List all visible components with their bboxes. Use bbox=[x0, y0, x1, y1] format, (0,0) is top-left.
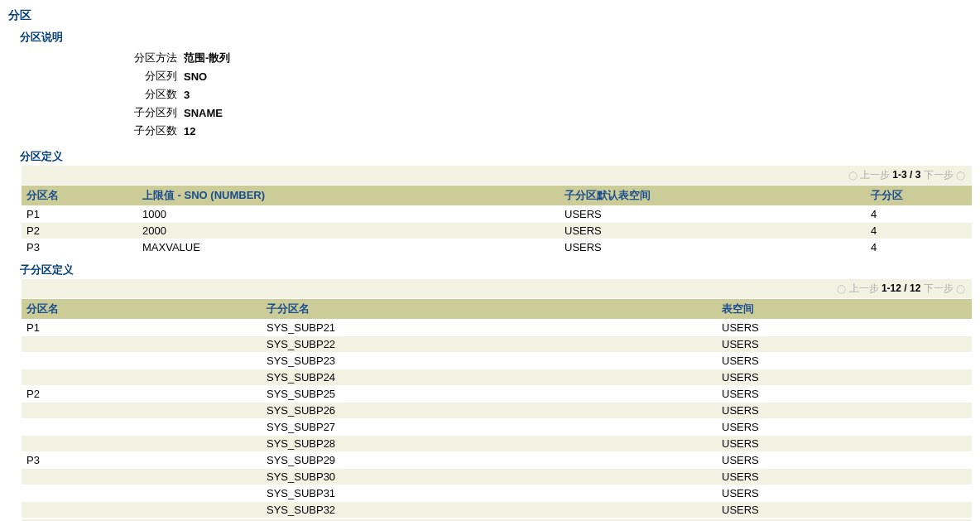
prev-icon: ◯ bbox=[837, 284, 846, 293]
pager-range-2: 1-12 / 12 bbox=[882, 282, 920, 294]
cell-ts: USERS bbox=[560, 239, 866, 256]
cell-sub: 4 bbox=[866, 239, 972, 256]
cell-sp: SYS_SUBP31 bbox=[262, 485, 717, 502]
table-row: SYS_SUBP27USERS bbox=[22, 419, 972, 436]
subpartition-def-title: 子分区定义 bbox=[8, 259, 972, 279]
col-upper-value[interactable]: 上限值 - SNO (NUMBER) bbox=[137, 186, 560, 206]
pager-top-2: ◯ 上一步 1-12 / 12 下一步 ◯ bbox=[22, 279, 972, 299]
cell-upper: 2000 bbox=[137, 223, 560, 239]
cell-sp: SYS_SUBP23 bbox=[262, 353, 717, 369]
cell-name: P3 bbox=[22, 239, 137, 256]
desc-col-label: 分区列 bbox=[134, 68, 182, 84]
pager-prev[interactable]: 上一步 bbox=[849, 282, 879, 294]
col2-tablespace[interactable]: 表空间 bbox=[717, 299, 972, 320]
cell-sp: SYS_SUBP26 bbox=[262, 403, 717, 419]
cell-p: P2 bbox=[22, 386, 262, 403]
table-row: SYS_SUBP22USERS bbox=[22, 336, 972, 353]
desc-subcol-value: SNAME bbox=[184, 104, 230, 121]
cell-sp: SYS_SUBP30 bbox=[262, 469, 717, 485]
partition-def-panel: ◯ 上一步 1-3 / 3 下一步 ◯ 分区名 上限值 - SNO (NUMBE… bbox=[22, 166, 972, 256]
pager-next[interactable]: 下一步 bbox=[924, 282, 954, 294]
cell-p: P3 bbox=[22, 452, 262, 469]
cell-upper: 1000 bbox=[137, 206, 560, 223]
table-row: P2SYS_SUBP25USERS bbox=[22, 386, 972, 403]
table-row: P11000USERS4 bbox=[22, 206, 972, 223]
partition-desc-table: 分区方法 范围-散列 分区列 SNO 分区数 3 子分区列 SNAME 子分区数… bbox=[132, 48, 232, 141]
pager-top-1: ◯ 上一步 1-3 / 3 下一步 ◯ bbox=[22, 166, 972, 186]
cell-ts: USERS bbox=[560, 223, 866, 239]
table-row: SYS_SUBP24USERS bbox=[22, 369, 972, 386]
desc-count-label: 分区数 bbox=[134, 86, 182, 103]
cell-p: P1 bbox=[22, 320, 262, 336]
table-row: P1SYS_SUBP21USERS bbox=[22, 320, 972, 336]
desc-count-value: 3 bbox=[184, 86, 230, 103]
cell-ts: USERS bbox=[717, 419, 972, 436]
table-row: SYS_SUBP23USERS bbox=[22, 353, 972, 369]
cell-sub: 4 bbox=[866, 206, 972, 223]
cell-p bbox=[22, 403, 262, 419]
pager-prev[interactable]: 上一步 bbox=[860, 169, 890, 181]
cell-p bbox=[22, 336, 262, 353]
partition-table: 分区名 上限值 - SNO (NUMBER) 子分区默认表空间 子分区 P110… bbox=[22, 186, 972, 256]
cell-name: P2 bbox=[22, 223, 137, 239]
cell-p bbox=[22, 419, 262, 436]
pager-next[interactable]: 下一步 bbox=[924, 169, 954, 181]
table-row: SYS_SUBP31USERS bbox=[22, 485, 972, 502]
cell-sp: SYS_SUBP25 bbox=[262, 386, 717, 403]
cell-ts: USERS bbox=[717, 502, 972, 519]
cell-ts: USERS bbox=[717, 452, 972, 469]
cell-p bbox=[22, 502, 262, 519]
partition-desc-title: 分区说明 bbox=[8, 27, 972, 46]
table-row: SYS_SUBP30USERS bbox=[22, 469, 972, 485]
cell-sp: SYS_SUBP28 bbox=[262, 436, 717, 452]
cell-sp: SYS_SUBP27 bbox=[262, 419, 717, 436]
table-row: P3MAXVALUEUSERS4 bbox=[22, 239, 972, 256]
col-default-ts[interactable]: 子分区默认表空间 bbox=[560, 186, 866, 206]
col2-subpart-name[interactable]: 子分区名 bbox=[262, 299, 717, 320]
desc-subcol-label: 子分区列 bbox=[134, 104, 182, 121]
cell-p bbox=[22, 369, 262, 386]
next-icon: ◯ bbox=[956, 171, 965, 180]
cell-ts: USERS bbox=[717, 469, 972, 485]
cell-ts: USERS bbox=[717, 336, 972, 353]
table-row: SYS_SUBP32USERS bbox=[22, 502, 972, 519]
cell-sp: SYS_SUBP24 bbox=[262, 369, 717, 386]
cell-sp: SYS_SUBP22 bbox=[262, 336, 717, 353]
pager-range-1: 1-3 / 3 bbox=[892, 169, 920, 181]
desc-subcount-value: 12 bbox=[184, 123, 230, 139]
desc-subcount-label: 子分区数 bbox=[134, 123, 182, 139]
table-row: SYS_SUBP26USERS bbox=[22, 403, 972, 419]
cell-ts: USERS bbox=[717, 369, 972, 386]
cell-p bbox=[22, 353, 262, 369]
cell-ts: USERS bbox=[717, 386, 972, 403]
prev-icon: ◯ bbox=[848, 171, 858, 180]
table-row: P3SYS_SUBP29USERS bbox=[22, 452, 972, 469]
cell-sp: SYS_SUBP21 bbox=[262, 320, 717, 336]
cell-ts: USERS bbox=[717, 353, 972, 369]
desc-method-label: 分区方法 bbox=[134, 50, 182, 66]
cell-sp: SYS_SUBP32 bbox=[262, 502, 717, 519]
col-subpart[interactable]: 子分区 bbox=[866, 186, 972, 206]
cell-upper: MAXVALUE bbox=[137, 239, 560, 256]
subpartition-def-panel: ◯ 上一步 1-12 / 12 下一步 ◯ 分区名 子分区名 表空间 P1SYS… bbox=[22, 279, 972, 521]
partition-title: 分区 bbox=[8, 5, 972, 27]
cell-name: P1 bbox=[22, 206, 137, 223]
subpartition-table: 分区名 子分区名 表空间 P1SYS_SUBP21USERSSYS_SUBP22… bbox=[22, 299, 972, 519]
cell-sp: SYS_SUBP29 bbox=[262, 452, 717, 469]
col2-partition-name[interactable]: 分区名 bbox=[22, 299, 262, 320]
table-row: P22000USERS4 bbox=[22, 223, 972, 239]
table-row: SYS_SUBP28USERS bbox=[22, 436, 972, 452]
cell-ts: USERS bbox=[560, 206, 866, 223]
cell-ts: USERS bbox=[717, 403, 972, 419]
partition-def-title: 分区定义 bbox=[8, 146, 972, 166]
desc-method-value: 范围-散列 bbox=[184, 50, 230, 66]
cell-ts: USERS bbox=[717, 320, 972, 336]
cell-ts: USERS bbox=[717, 485, 972, 502]
next-icon: ◯ bbox=[956, 284, 965, 293]
cell-sub: 4 bbox=[866, 223, 972, 239]
desc-col-value: SNO bbox=[184, 68, 230, 84]
cell-p bbox=[22, 485, 262, 502]
cell-ts: USERS bbox=[717, 436, 972, 452]
cell-p bbox=[22, 436, 262, 452]
col-partition-name[interactable]: 分区名 bbox=[22, 186, 137, 206]
